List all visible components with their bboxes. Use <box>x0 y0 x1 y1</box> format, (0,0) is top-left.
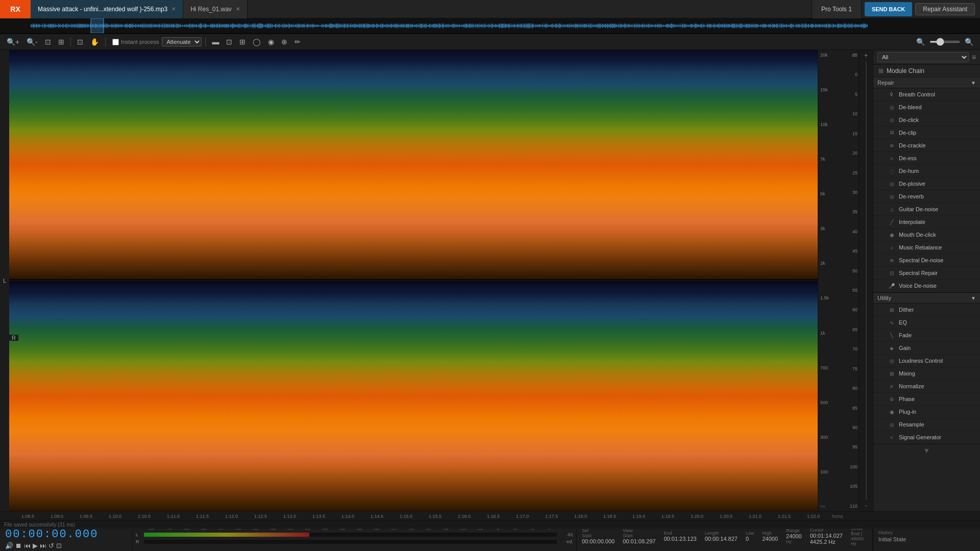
sidebar-item-normalize[interactable]: ≡ Normalize <box>873 380 980 393</box>
stop-button[interactable]: ⏹ <box>15 542 22 549</box>
sidebar-item-de-crackle[interactable]: ≋ De-crackle <box>873 139 980 152</box>
sidebar-item-resample[interactable]: ◎ Resample <box>873 418 980 431</box>
repair-section-header[interactable]: Repair ▼ <box>873 78 980 88</box>
combined-view-button[interactable]: ⊞ <box>237 37 248 47</box>
select-tool-button[interactable]: ⊡ <box>75 37 86 47</box>
waveform-overview[interactable] <box>0 18 980 34</box>
tl-1095: 1:09.5 <box>71 514 101 519</box>
de-ess-icon: ≈ <box>888 154 896 162</box>
de-hum-icon: ◌ <box>888 167 896 175</box>
scroll-more[interactable]: ▼ <box>873 444 980 457</box>
zoom-in-h-button[interactable]: 🔍 <box>962 37 976 47</box>
sidebar-item-guitar-denoise[interactable]: ♫ Guitar De-noise <box>873 203 980 216</box>
filter-select[interactable]: All <box>877 52 969 62</box>
smart-tool-button[interactable]: ⊕ <box>279 37 290 47</box>
sidebar-item-mouth-declick[interactable]: ◉ Mouth De-click <box>873 229 980 241</box>
right-panel: All ≡ ⊞ Module Chain Repair ▼ 🎙 Breath C… <box>873 50 980 511</box>
spectrogram-view-button[interactable]: ⊡ <box>224 37 235 47</box>
utility-chevron-icon: ▼ <box>971 295 976 301</box>
view-label: View <box>623 528 655 533</box>
sidebar-item-de-hum[interactable]: ◌ De-hum <box>873 165 980 178</box>
sidebar-item-de-click[interactable]: ⊙ De-click <box>873 114 980 127</box>
channel-l-text: L <box>3 278 6 284</box>
play-prev-button[interactable]: ⏮ <box>24 542 31 549</box>
tab-massive[interactable]: Massive attack - unfini...xtended wolf )… <box>31 0 183 18</box>
sidebar-item-eq[interactable]: ∿ EQ <box>873 316 980 329</box>
sidebar-item-spectral-denoise[interactable]: ≋ Spectral De-noise <box>873 254 980 267</box>
send-back-button[interactable]: SEND BACK <box>865 2 912 16</box>
sidebar-item-spectral-repair[interactable]: ⊡ Spectral Repair <box>873 267 980 280</box>
sidebar-item-music-rebalance[interactable]: ♪ Music Rebalance <box>873 241 980 254</box>
timeline-inner[interactable]: 1:08.5 1:09.0 1:09.5 1:10.0 1:10.5 1:11.… <box>9 512 832 520</box>
waveform-view-button[interactable]: ▬ <box>209 37 222 47</box>
tab-hires[interactable]: Hi Res_01.wav ✕ <box>183 0 248 18</box>
spectrogram-left[interactable] <box>9 50 818 279</box>
tab-protools[interactable]: Pro Tools 1 <box>812 0 862 18</box>
topbar: RX Massive attack - unfini...xtended wol… <box>0 0 980 18</box>
zoom-in-vert-button[interactable]: + <box>864 52 868 59</box>
menu-dots-button[interactable]: ≡ <box>972 53 976 61</box>
timeline[interactable]: 1:08.5 1:09.0 1:09.5 1:10.0 1:10.5 1:11.… <box>0 511 980 520</box>
voice-denoise-label: Voice De-noise <box>899 283 937 289</box>
zoom-out-h-button[interactable]: 🔍 <box>914 37 927 47</box>
brush-tool-button[interactable]: ◉ <box>265 37 277 47</box>
loop-button[interactable]: 🔊 <box>5 542 13 549</box>
db-10: 5 <box>840 92 857 97</box>
tl-1120: 1:12.0 <box>217 514 246 519</box>
plug-in-icon: ◉ <box>888 408 896 416</box>
db-110: 105 <box>840 484 857 489</box>
play-next-button[interactable]: ⏭ <box>40 542 46 549</box>
sidebar-item-plug-in[interactable]: ◉ Plug-in <box>873 406 980 418</box>
spectrogram-right[interactable] <box>9 282 818 511</box>
sidebar-item-de-plosive[interactable]: ◎ De-plosive <box>873 178 980 190</box>
tab-label: Hi Res_01.wav <box>190 6 232 13</box>
sidebar-item-phase[interactable]: ⊘ Phase <box>873 393 980 406</box>
de-crackle-label: De-crackle <box>899 142 926 148</box>
attenuate-dropdown[interactable]: Attenuate Replace Fill <box>162 37 202 46</box>
module-chain-row[interactable]: ⊞ Module Chain <box>873 65 980 78</box>
lasso-tool-button[interactable]: ◯ <box>250 37 263 47</box>
hand-tool-button[interactable]: ✋ <box>88 37 102 47</box>
tl-1090: 1:09.0 <box>42 514 71 519</box>
sidebar-item-breath-control[interactable]: 🎙 Breath Control <box>873 88 980 101</box>
separator-3 <box>205 37 206 46</box>
sidebar-item-de-bleed[interactable]: ◎ De-bleed <box>873 101 980 114</box>
spectrogram-container[interactable] <box>9 50 818 511</box>
freq-1k: 1k <box>820 331 837 336</box>
zoom-scrollbar[interactable]: + - <box>859 50 873 511</box>
sidebar-item-voice-denoise[interactable]: 🎤 Voice De-noise <box>873 280 980 292</box>
tl-1110: 1:11.0 <box>159 514 188 519</box>
sidebar-item-de-ess[interactable]: ≈ De-ess <box>873 152 980 165</box>
zoom-fit-button[interactable]: ⊞ <box>56 37 67 47</box>
sidebar-item-dither[interactable]: ⊞ Dither <box>873 304 980 316</box>
sidebar-item-de-reverb[interactable]: ◎ De-reverb <box>873 190 980 203</box>
eq-icon: ∿ <box>888 318 896 327</box>
sidebar-item-signal-generator[interactable]: ≈ Signal Generator <box>873 431 980 444</box>
db-55: 50 <box>840 268 857 273</box>
sidebar-item-de-clip[interactable]: ⧉ De-clip <box>873 127 980 139</box>
tab-close-massive[interactable]: ✕ <box>172 6 176 12</box>
sidebar-item-interpolate[interactable]: ╱ Interpolate <box>873 216 980 229</box>
de-crackle-icon: ≋ <box>888 141 896 149</box>
sidebar-item-gain[interactable]: ◈ Gain <box>873 342 980 355</box>
instant-process-checkbox[interactable] <box>112 39 119 45</box>
initial-state-item[interactable]: Initial State <box>878 536 975 542</box>
sidebar-item-loudness-control[interactable]: ◎ Loudness Control <box>873 355 980 367</box>
repair-assistant-button[interactable]: Repair Assistant <box>915 3 975 15</box>
zoom-out-button[interactable]: 🔍- <box>24 37 40 47</box>
zoom-selection-button[interactable]: ⊡ <box>42 37 54 47</box>
utility-section-header[interactable]: Utility ▼ <box>873 292 980 304</box>
timeline-ticks: 1:08.5 1:09.0 1:09.5 1:10.0 1:10.5 1:11.… <box>9 512 832 520</box>
loop-toggle-button[interactable]: ↺ <box>48 542 54 549</box>
record-button[interactable]: ⊡ <box>56 542 62 549</box>
pencil-tool-button[interactable]: ✏ <box>292 37 303 47</box>
spectral-repair-label: Spectral Repair <box>899 270 938 276</box>
zoom-slider[interactable] <box>929 41 960 43</box>
sidebar-item-mixing[interactable]: ⊞ Mixing <box>873 367 980 380</box>
play-button[interactable]: ▶ <box>33 542 38 549</box>
zoom-out-vert-button[interactable]: - <box>865 502 867 509</box>
tab-close-hires[interactable]: ✕ <box>236 6 240 12</box>
db-15: 10 <box>840 111 857 116</box>
zoom-in-button[interactable]: 🔍+ <box>4 37 22 47</box>
sidebar-item-fade[interactable]: ╲ Fade <box>873 329 980 342</box>
